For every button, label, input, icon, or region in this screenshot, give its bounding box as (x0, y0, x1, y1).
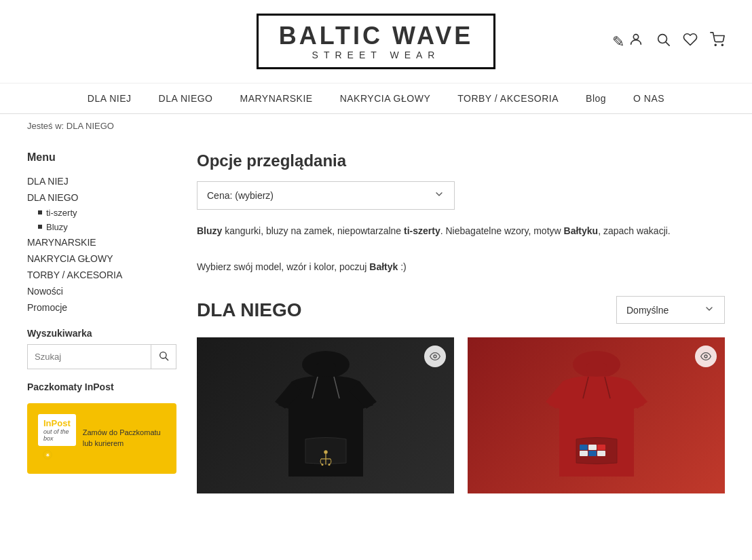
search-button[interactable] (151, 345, 176, 369)
eye-icon-1[interactable] (424, 346, 446, 367)
search-box (27, 344, 176, 369)
product-image-2 (468, 337, 725, 493)
hoodie-svg-black (271, 344, 380, 487)
sidebar-item-dla-niej[interactable]: DLA NIEJ (27, 173, 176, 189)
section-title: DLA NIEGO (197, 299, 302, 321)
breadcrumb: Jesteś w: DLA NIEGO (0, 114, 752, 138)
products-section-header: DLA NIEGO Domyślne (197, 296, 725, 324)
inpost-text: Zamów do Paczkomatu lub kurierem (83, 428, 166, 449)
sidebar: Menu DLA NIEJ DLA NIEGO ti-szerty Bluzy … (27, 138, 176, 494)
inpost-banner[interactable]: InPost out of the box ☀ Zamów do Paczkom… (27, 403, 176, 474)
svg-point-11 (324, 451, 327, 454)
product-card-1 (197, 337, 454, 493)
nav-item-dla-niej[interactable]: DLA NIEJ (88, 93, 132, 104)
main-nav: DLA NIEJ DLA NIEGO MARYNARSKIE NAKRYCIA … (0, 83, 752, 114)
chevron-down-icon (434, 189, 445, 202)
nav-item-torby[interactable]: TORBY / AKCESORIA (457, 93, 559, 104)
svg-point-4 (721, 44, 723, 45)
nav-item-dla-niego[interactable]: DLA NIEGO (159, 93, 213, 104)
svg-point-0 (633, 34, 638, 39)
price-filter-label: Cena: (wybierz) (207, 190, 274, 201)
bullet-icon (38, 225, 42, 229)
nav-item-blog[interactable]: Blog (586, 93, 606, 104)
svg-point-15 (328, 464, 330, 466)
sidebar-item-torby[interactable]: TORBY / AKCESORIA (27, 267, 176, 283)
logo-subtitle: STREET WEAR (279, 50, 474, 60)
sidebar-item-nowosci[interactable]: Nowości (27, 283, 176, 299)
svg-point-3 (715, 44, 716, 45)
nav-item-nakrycia[interactable]: NAKRYCIA GŁOWY (340, 93, 431, 104)
bullet-icon (38, 210, 42, 214)
desc-baltyk-2: Bałtyk (369, 261, 398, 272)
svg-rect-25 (588, 451, 597, 456)
svg-rect-26 (597, 451, 605, 456)
sidebar-submenu-dla-niego: ti-szerty Bluzy (27, 206, 176, 234)
breadcrumb-current[interactable]: DLA NIEGO (67, 121, 114, 131)
svg-point-18 (434, 355, 436, 358)
desc-text-1: kangurki, bluzy na zamek, niepowtarzalne (222, 225, 404, 236)
sidebar-item-nakrycia[interactable]: NAKRYCIA GŁOWY (27, 250, 176, 267)
main-content: Opcje przeglądania Cena: (wybierz) Bluzy… (197, 138, 725, 494)
user-icon[interactable]: ✎ (612, 32, 643, 51)
nav-item-marynarskie[interactable]: MARYNARSKIE (240, 93, 313, 104)
products-grid (197, 337, 725, 493)
heart-icon[interactable] (683, 32, 698, 51)
desc-text-3: , zapach wakacji. (598, 225, 671, 236)
desc-text-4: Wybierz swój model, wzór i kolor, poczuj (197, 261, 369, 272)
eye-icon-2[interactable] (695, 346, 717, 367)
svg-point-14 (321, 464, 323, 466)
product-image-1 (197, 337, 454, 493)
page-layout: Menu DLA NIEJ DLA NIEGO ti-szerty Bluzy … (0, 138, 752, 494)
sidebar-subitem-ti-szerty[interactable]: ti-szerty (38, 206, 176, 220)
sidebar-item-promocje[interactable]: Promocje (27, 299, 176, 316)
svg-rect-22 (588, 445, 597, 450)
header: BALTIC WAVE STREET WEAR ✎ (0, 0, 752, 83)
desc-text-2: . Niebagatelne wzory, motyw (440, 225, 564, 236)
product-card-2 (468, 337, 725, 493)
svg-rect-20 (586, 363, 607, 373)
nav-item-o-nas[interactable]: O NAS (633, 93, 664, 104)
breadcrumb-label: Jesteś w: (27, 121, 64, 131)
inpost-section-title: Paczkomaty InPost (27, 381, 176, 392)
search-icon[interactable] (656, 32, 671, 51)
browse-options-title: Opcje przeglądania (197, 151, 725, 170)
svg-rect-10 (316, 363, 336, 373)
svg-rect-24 (580, 451, 588, 456)
header-icons: ✎ (612, 32, 725, 51)
cart-icon[interactable] (710, 32, 725, 51)
sidebar-subitem-bluzy[interactable]: Bluzy (38, 220, 176, 234)
svg-rect-23 (597, 445, 605, 450)
product-bg-black (197, 337, 454, 493)
svg-line-6 (166, 358, 168, 360)
description-paragraph-2: Wybierz swój model, wzór i kolor, poczuj… (197, 259, 725, 276)
svg-text:☀: ☀ (45, 452, 50, 457)
price-filter-dropdown[interactable]: Cena: (wybierz) (197, 181, 455, 210)
logo-title: BALTIC WAVE (279, 22, 474, 50)
hoodie-svg-red (542, 344, 651, 487)
inpost-logo-sub: out of the box (43, 428, 71, 442)
desc-baltyk-1: Bałtyku (564, 225, 599, 236)
sort-dropdown[interactable]: Domyślne (616, 296, 725, 324)
sidebar-menu-title: Menu (27, 151, 176, 164)
description-paragraph-1: Bluzy kangurki, bluzy na zamek, niepowta… (197, 223, 725, 240)
search-input[interactable] (28, 346, 151, 367)
desc-bluzy: Bluzy (197, 225, 222, 236)
sort-label: Domyślne (626, 305, 669, 316)
product-bg-red (468, 337, 725, 493)
svg-line-2 (666, 42, 669, 45)
sidebar-item-marynarskie[interactable]: MARYNARSKIE (27, 234, 176, 250)
svg-point-29 (704, 355, 707, 358)
inpost-logo-main: InPost (43, 418, 71, 428)
desc-tisherty: ti-szerty (404, 225, 440, 236)
desc-text-5: :) (398, 261, 406, 272)
search-section-title: Wyszukiwarka (27, 328, 176, 339)
sort-chevron-icon (704, 303, 715, 316)
svg-rect-21 (580, 445, 588, 450)
inpost-logo-container: InPost out of the box ☀ (38, 414, 76, 463)
logo: BALTIC WAVE STREET WEAR (257, 14, 496, 69)
sidebar-item-dla-niego[interactable]: DLA NIEGO (27, 189, 176, 206)
